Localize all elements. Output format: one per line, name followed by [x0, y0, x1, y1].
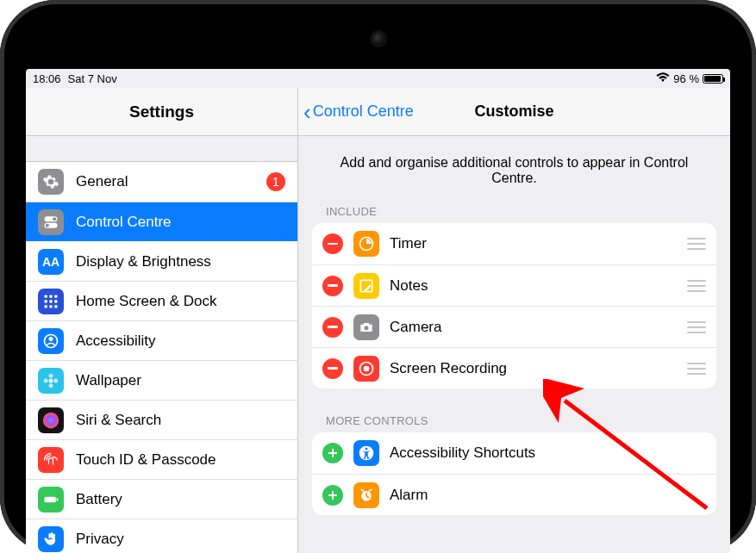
sidebar-item-home-screen-dock[interactable]: Home Screen & Dock [26, 281, 297, 320]
sidebar-item-label: Siri & Search [76, 412, 161, 429]
toggle-icon [38, 209, 64, 235]
sidebar-item-siri-search[interactable]: Siri & Search [26, 400, 297, 439]
svg-rect-10 [45, 305, 47, 308]
svg-rect-9 [54, 300, 57, 302]
svg-point-20 [43, 412, 59, 427]
sidebar-item-battery[interactable]: Battery [26, 479, 297, 519]
svg-point-3 [46, 223, 49, 227]
add-button[interactable] [322, 443, 343, 463]
status-date: Sat 7 Nov [68, 72, 117, 85]
svg-point-1 [53, 217, 56, 221]
sidebar-item-label: Control Centre [76, 214, 172, 231]
person-icon [38, 328, 64, 354]
alarm-icon [353, 482, 379, 508]
section-label-more: MORE CONTROLS [312, 414, 716, 432]
sidebar-item-label: Wallpaper [76, 372, 141, 389]
svg-rect-22 [57, 498, 59, 500]
svg-point-29 [366, 448, 368, 450]
svg-point-27 [364, 365, 370, 371]
status-time: 18:06 [33, 72, 61, 85]
svg-point-14 [49, 337, 53, 341]
control-label: Screen Recording [390, 360, 507, 377]
siri-icon [38, 407, 64, 433]
sidebar-item-label: Home Screen & Dock [76, 293, 216, 310]
sidebar-item-accessibility[interactable]: Accessibility [26, 320, 297, 360]
drag-handle-icon[interactable] [687, 238, 706, 250]
svg-point-18 [44, 378, 48, 382]
sidebar-item-control-centre[interactable]: Control Centre [26, 202, 297, 241]
svg-rect-12 [54, 305, 57, 308]
sidebar-item-label: Accessibility [76, 332, 156, 350]
remove-button[interactable] [322, 317, 343, 338]
control-row: Alarm [312, 474, 716, 515]
aa-icon: AA [38, 249, 64, 275]
sidebar-title: Settings [26, 88, 297, 136]
sidebar-item-label: Display & Brightness [76, 253, 211, 270]
chevron-left-icon: ‹ [303, 101, 311, 123]
control-row: Timer [312, 223, 716, 264]
sidebar-badge: 1 [266, 172, 285, 191]
svg-point-15 [49, 378, 53, 382]
sidebar-item-label: General [76, 173, 128, 190]
gear-icon [38, 169, 64, 195]
detail-title: Customise [474, 103, 553, 121]
svg-rect-21 [45, 496, 56, 502]
svg-rect-8 [49, 300, 52, 302]
svg-point-16 [49, 373, 53, 377]
sidebar-item-touch-id-passcode[interactable]: Touch ID & Passcode [26, 439, 297, 479]
add-button[interactable] [322, 485, 343, 506]
detail-pane: ‹ Control Centre Customise Add and organ… [298, 88, 730, 553]
record-icon [353, 356, 379, 382]
notes-icon [353, 273, 379, 299]
svg-rect-6 [54, 295, 57, 297]
control-row: Notes [312, 264, 716, 306]
remove-button[interactable] [322, 276, 343, 296]
control-label: Camera [390, 319, 441, 336]
control-label: Alarm [390, 487, 428, 504]
control-label: Timer [390, 235, 427, 252]
drag-handle-icon[interactable] [687, 363, 706, 375]
fingerprint-icon [38, 447, 64, 473]
control-row: Accessibility Shortcuts [312, 432, 716, 474]
sidebar-item-general[interactable]: General1 [26, 162, 297, 202]
sidebar-item-privacy[interactable]: Privacy [26, 519, 297, 553]
back-button[interactable]: ‹ Control Centre [298, 101, 419, 123]
sidebar-item-label: Privacy [76, 531, 124, 548]
svg-rect-7 [45, 300, 47, 302]
camera-icon [353, 314, 379, 340]
device-camera [372, 33, 384, 45]
sidebar-item-label: Touch ID & Passcode [76, 451, 216, 469]
svg-rect-11 [49, 305, 52, 308]
status-battery-pct: 96 % [673, 72, 699, 85]
svg-rect-4 [45, 295, 47, 297]
battery-icon [703, 74, 723, 84]
remove-button[interactable] [322, 358, 343, 379]
control-label: Accessibility Shortcuts [390, 444, 535, 462]
accessibility-icon [353, 440, 379, 466]
intro-text: Add and organise additional controls to … [312, 136, 716, 205]
drag-handle-icon[interactable] [687, 280, 706, 292]
drag-handle-icon[interactable] [687, 321, 706, 333]
back-label: Control Centre [313, 103, 414, 121]
settings-sidebar: Settings General1Control CentreAADisplay… [26, 88, 298, 553]
svg-rect-5 [49, 295, 52, 297]
control-label: Notes [390, 277, 428, 295]
battery-icon [38, 487, 64, 513]
status-bar: 18:06 Sat 7 Nov 96 % [26, 69, 730, 88]
grid-icon [38, 289, 64, 314]
remove-button[interactable] [322, 233, 343, 254]
sidebar-item-display-brightness[interactable]: AADisplay & Brightness [26, 241, 297, 281]
section-label-include: INCLUDE [312, 205, 716, 223]
sidebar-item-label: Battery [76, 491, 122, 508]
svg-point-17 [49, 383, 53, 388]
svg-point-19 [53, 378, 58, 382]
flower-icon [38, 368, 64, 394]
control-row: Camera [312, 306, 716, 347]
hand-icon [38, 526, 64, 552]
sidebar-item-wallpaper[interactable]: Wallpaper [26, 360, 297, 400]
timer-icon [353, 231, 379, 257]
wifi-icon [656, 71, 670, 85]
svg-point-25 [365, 326, 369, 330]
control-row: Screen Recording [312, 347, 716, 388]
